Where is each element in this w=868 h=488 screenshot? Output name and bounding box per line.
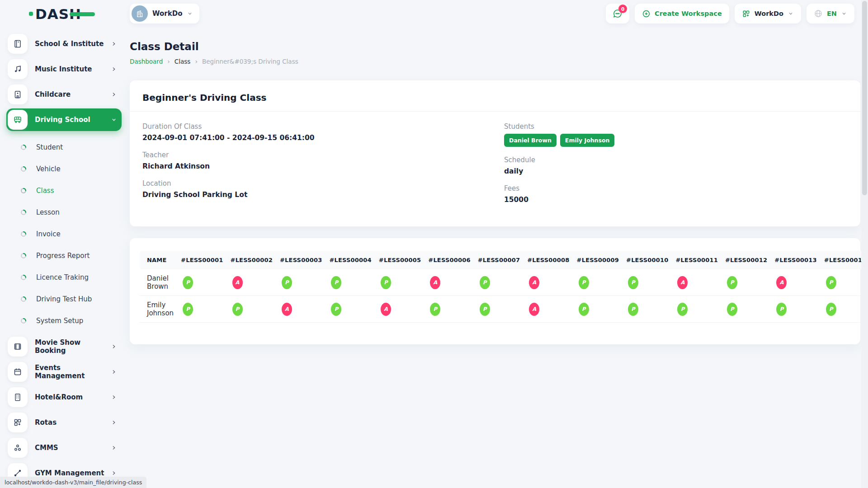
messages-count-badge: 0 xyxy=(618,5,627,13)
chevron-right-icon xyxy=(111,66,117,72)
chevron-right-icon xyxy=(111,343,117,350)
sidebar-item-label: School & Institute xyxy=(35,40,111,48)
circle-progress-icon xyxy=(20,296,27,303)
chevron-right-icon xyxy=(111,41,117,47)
column-header-lesson: #LESS00001 xyxy=(177,251,226,269)
detail-right-column: Students Daniel Brown Emily Johnson Sche… xyxy=(504,122,848,213)
sidebar-item-progress-report[interactable]: Progress Report xyxy=(6,245,122,267)
breadcrumb: Dashboard › Class › Beginner&#039;s Driv… xyxy=(130,58,860,65)
chevron-down-icon xyxy=(187,10,193,17)
student-badge: Emily Johnson xyxy=(560,134,615,147)
sidebar-item-vehicle[interactable]: Vehicle xyxy=(6,158,122,180)
sidebar-subitem-label: Lesson xyxy=(36,208,60,216)
attendance-badge: P xyxy=(826,303,836,316)
sidebar-item-label: Hotel&Room xyxy=(35,393,111,401)
workspace-selector-label: WorkDo xyxy=(152,9,182,18)
create-workspace-button[interactable]: Create Workspace xyxy=(635,4,729,23)
sidebar-item-driving-school[interactable]: Driving School xyxy=(6,108,122,131)
attendance-header-row: NAME #LESS00001 #LESS00002 #LESS00003 #L… xyxy=(140,251,868,269)
film-icon xyxy=(13,342,22,351)
language-selector[interactable]: EN xyxy=(807,4,854,23)
attendance-badge: P xyxy=(480,276,490,289)
circle-progress-icon xyxy=(20,230,27,238)
events-management-icon xyxy=(8,362,28,382)
plus-circle-icon xyxy=(642,9,651,18)
sidebar-item-lesson[interactable]: Lesson xyxy=(6,202,122,223)
column-header-lesson: #LESS00013 xyxy=(771,251,820,269)
app-root: DASH WorkDo 0 xyxy=(0,0,868,488)
chevron-down-icon xyxy=(111,117,117,123)
brand-logo[interactable]: DASH xyxy=(29,5,81,23)
sidebar-item-student[interactable]: Student xyxy=(6,136,122,158)
rotas-icon xyxy=(8,413,28,432)
sidebar-item-movie-show-booking[interactable]: Movie Show Booking xyxy=(6,335,122,358)
attendance-badge: A xyxy=(776,276,787,289)
network-circles-icon xyxy=(13,443,22,452)
class-title: Beginner's Driving Class xyxy=(142,92,848,103)
attendance-badge: P xyxy=(480,303,490,316)
bus-icon xyxy=(13,115,22,124)
workdo-menu-label: WorkDo xyxy=(755,10,783,17)
sidebar-item-system-setup[interactable]: System Setup xyxy=(6,310,122,332)
driving-school-submenu: Student Vehicle Class Lesson Invoice Pro… xyxy=(6,134,122,335)
status-bar-url: localhost/workdo-dash-v3/main_file/drivi… xyxy=(0,477,146,488)
attendance-badge: P xyxy=(183,303,193,316)
attendance-badge: P xyxy=(331,303,341,316)
sidebar-item-school-institute[interactable]: School & Institute xyxy=(6,33,122,55)
driving-school-icon xyxy=(8,110,28,130)
workdo-menu-button[interactable]: WorkDo xyxy=(735,4,801,23)
logo-bar-accent xyxy=(70,12,95,16)
sidebar-item-events-management[interactable]: Events Management xyxy=(6,361,122,383)
workspace-avatar xyxy=(132,5,148,22)
attendance-badge: P xyxy=(183,276,193,289)
column-header-lesson: #LESS00009 xyxy=(573,251,623,269)
scrollbar-thumb[interactable] xyxy=(862,1,867,195)
sidebar-item-music-institute[interactable]: Music Institute xyxy=(6,58,122,80)
breadcrumb-current: Beginner&#039;s Driving Class xyxy=(202,58,298,65)
fees-value: 15000 xyxy=(504,196,848,204)
sidebar-item-invoice[interactable]: Invoice xyxy=(6,223,122,245)
create-workspace-label: Create Workspace xyxy=(655,10,722,17)
attendance-badge: P xyxy=(381,276,391,289)
attendance-badge: P xyxy=(727,276,737,289)
sidebar-item-label: Movie Show Booking xyxy=(35,338,111,355)
column-header-lesson: #LESS00004 xyxy=(326,251,375,269)
breadcrumb-separator: › xyxy=(167,58,170,65)
music-note-icon xyxy=(13,65,22,74)
class-detail-card: Beginner's Driving Class Duration Of Cla… xyxy=(130,80,860,226)
circle-progress-icon xyxy=(20,252,27,259)
chevron-right-icon xyxy=(111,470,117,476)
clinic-building-icon xyxy=(13,90,22,99)
students-field: Students Daniel Brown Emily Johnson xyxy=(504,122,848,147)
attendance-badge: A xyxy=(381,303,391,316)
circle-progress-icon xyxy=(20,165,27,173)
column-header-lesson: #LESS00011 xyxy=(672,251,721,269)
circle-progress-icon xyxy=(20,144,27,151)
attendance-badge: P xyxy=(579,303,589,316)
sidebar-item-class[interactable]: Class xyxy=(6,180,122,202)
sidebar-subitem-label: Invoice xyxy=(36,230,61,238)
movie-show-booking-icon xyxy=(8,337,28,357)
sidebar-item-childcare[interactable]: Childcare xyxy=(6,83,122,106)
table-row: Daniel Brown P A P P P A P A P P A P A xyxy=(140,269,868,296)
sidebar-item-licence-traking[interactable]: Licence Traking xyxy=(6,267,122,288)
student-name-cell: Daniel Brown xyxy=(140,269,177,296)
class-detail-grid: Duration Of Class 2024-09-01 07:41:00 - … xyxy=(142,122,848,213)
sidebar-item-cmms[interactable]: CMMS xyxy=(6,436,122,459)
workspace-selector[interactable]: WorkDo xyxy=(130,4,199,23)
breadcrumb-class-link[interactable]: Class xyxy=(175,58,191,65)
attendance-badge: P xyxy=(628,276,638,289)
attendance-badge: P xyxy=(282,276,292,289)
messages-button[interactable]: 0 xyxy=(606,4,629,23)
sidebar-item-driving-test-hub[interactable]: Driving Test Hub xyxy=(6,288,122,310)
breadcrumb-separator: › xyxy=(195,58,198,65)
teacher-field: Teacher Richard Atkinson xyxy=(142,151,486,170)
scrollbar-track[interactable] xyxy=(861,0,868,488)
top-bar: DASH WorkDo 0 xyxy=(0,0,868,26)
student-badges: Daniel Brown Emily Johnson xyxy=(504,134,848,147)
circle-progress-icon xyxy=(20,209,27,216)
breadcrumb-dashboard-link[interactable]: Dashboard xyxy=(130,58,163,65)
sidebar-item-hotel-room[interactable]: Hotel&Room xyxy=(6,386,122,408)
column-header-lesson: #LESS00002 xyxy=(227,251,276,269)
sidebar-item-rotas[interactable]: Rotas xyxy=(6,411,122,434)
